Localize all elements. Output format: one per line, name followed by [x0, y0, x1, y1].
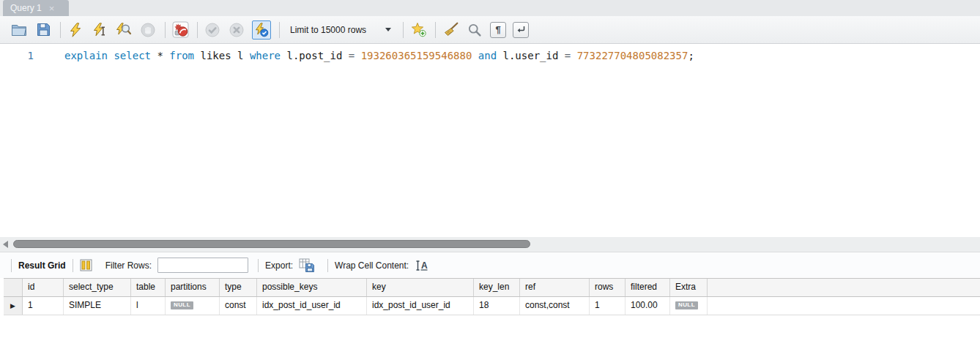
column-header-filtered[interactable]: filtered — [626, 279, 670, 296]
export-grid-save-icon — [299, 258, 315, 273]
toolbar-separator — [11, 259, 12, 272]
rollback-button[interactable] — [228, 21, 245, 39]
row-marker-cell[interactable]: ▶ — [4, 297, 23, 315]
cell-type[interactable]: const — [220, 297, 257, 315]
editor-tab-bar: Query 1 × — [0, 0, 980, 16]
folder-icon — [11, 23, 27, 37]
column-header-select_type[interactable]: select_type — [64, 279, 131, 296]
execute-current-statement-button[interactable] — [91, 21, 108, 39]
toolbar-separator — [403, 22, 404, 38]
filter-rows-label: Filter Rows: — [105, 260, 152, 271]
autocommit-bolt-check-icon — [254, 23, 269, 37]
column-header-type[interactable]: type — [220, 279, 257, 296]
grid-columns-icon — [80, 259, 92, 271]
horizontal-scrollbar[interactable] — [0, 237, 980, 252]
close-icon[interactable]: × — [49, 4, 55, 13]
magnifier-bolt-icon — [116, 23, 132, 37]
null-badge: NULL — [675, 301, 698, 309]
toolbar-separator — [279, 22, 280, 38]
wrap-cell-content-button[interactable]: A — [415, 259, 429, 272]
grid-body: ▶1SIMPLElNULLconstidx_post_id_user_ididx… — [4, 297, 980, 315]
result-grid: idselect_typetablepartitionstypepossible… — [4, 278, 980, 315]
lightning-bolt-cursor-icon — [92, 23, 107, 37]
column-header-ref[interactable]: ref — [520, 279, 590, 296]
cell-ref[interactable]: const,const — [520, 297, 590, 315]
cell-id[interactable]: 1 — [23, 297, 64, 315]
null-badge: NULL — [171, 301, 193, 309]
toggle-stop-on-error-button[interactable] — [171, 21, 189, 39]
save-script-button[interactable] — [34, 21, 52, 39]
cell-key_len[interactable]: 18 — [474, 297, 520, 315]
limit-rows-value: Limit to 15000 rows — [290, 25, 366, 35]
save-snippet-button[interactable] — [409, 21, 427, 39]
column-header-id[interactable]: id — [23, 279, 64, 296]
column-header-key_len[interactable]: key_len — [474, 279, 520, 296]
toolbar-separator — [73, 259, 73, 272]
export-button[interactable] — [299, 258, 315, 273]
beautify-script-button[interactable] — [442, 21, 459, 39]
open-script-button[interactable] — [10, 21, 28, 39]
result-grid-toolbar: Result Grid Filter Rows: Export: Wrap Ce… — [0, 252, 980, 278]
line-number: 1 — [0, 49, 34, 62]
execute-query-button[interactable] — [67, 21, 84, 39]
export-label: Export: — [265, 260, 293, 271]
grid-header-row: idselect_typetablepartitionstypepossible… — [4, 278, 980, 297]
search-icon — [467, 23, 482, 37]
mysql-workbench-query-window: Query 1 × — [0, 0, 980, 338]
filter-rows-input[interactable] — [157, 258, 248, 273]
wrap-cell-content-label: Wrap Cell Content: — [335, 260, 409, 271]
column-header-table[interactable]: table — [131, 279, 166, 296]
limit-rows-dropdown[interactable]: Limit to 15000 rows — [286, 21, 398, 39]
lightning-bolt-icon — [68, 23, 83, 37]
cell-rows[interactable]: 1 — [590, 297, 626, 315]
show-invisible-characters-button[interactable]: ¶ — [490, 22, 506, 38]
column-header-possible_keys[interactable]: possible_keys — [257, 279, 367, 296]
result-grid-title: Result Grid — [18, 260, 66, 271]
row-marker-arrow-icon: ▶ — [10, 302, 15, 309]
toolbar-separator — [435, 22, 436, 38]
sql-editor[interactable]: 1 explain select * from likes l where l.… — [0, 44, 980, 237]
stop-on-error-icon — [172, 21, 189, 38]
tab-query-1[interactable]: Query 1 × — [3, 0, 69, 16]
cell-partitions[interactable]: NULL — [166, 297, 220, 315]
wrap-return-arrow-icon — [515, 24, 527, 36]
grid-view-button[interactable] — [80, 259, 92, 271]
wrap-cell-content-icon: A — [415, 259, 429, 272]
column-header-rows[interactable]: rows — [590, 279, 626, 296]
column-header-key[interactable]: key — [367, 279, 474, 296]
cell-possible_keys[interactable]: idx_post_id_user_id — [257, 297, 367, 315]
scrollbar-thumb[interactable] — [13, 240, 530, 248]
svg-text:A: A — [421, 260, 428, 271]
rollback-x-icon — [229, 23, 244, 37]
cell-Extra[interactable]: NULL — [670, 297, 708, 315]
explain-query-button[interactable] — [115, 21, 133, 39]
toggle-autocommit-button[interactable] — [252, 20, 271, 40]
column-header-partitions[interactable]: partitions — [166, 279, 220, 296]
commit-check-icon — [205, 23, 220, 37]
toggle-word-wrap-button[interactable] — [513, 22, 529, 38]
row-selector-header — [4, 279, 23, 296]
find-button[interactable] — [466, 21, 483, 39]
cell-select_type[interactable]: SIMPLE — [64, 297, 131, 315]
code-line-content: explain select * from likes l where l.po… — [34, 49, 694, 62]
toolbar-separator — [258, 259, 259, 272]
cell-table[interactable]: l — [131, 297, 166, 315]
broom-icon — [443, 22, 459, 37]
save-icon — [37, 23, 51, 37]
tab-title: Query 1 — [10, 3, 42, 13]
toolbar-separator — [197, 22, 198, 38]
code-line: 1 explain select * from likes l where l.… — [0, 44, 980, 62]
stop-query-button[interactable] — [139, 21, 157, 39]
table-row[interactable]: ▶1SIMPLElNULLconstidx_post_id_user_ididx… — [4, 297, 980, 315]
toolbar-separator — [165, 22, 166, 38]
commit-button[interactable] — [204, 21, 221, 39]
cell-key[interactable]: idx_post_id_user_id — [367, 297, 474, 315]
toolbar-separator — [60, 22, 61, 38]
chevron-down-icon — [385, 28, 391, 31]
scroll-left-arrow-icon[interactable] — [3, 241, 8, 248]
pilcrow-icon: ¶ — [495, 25, 500, 34]
stop-hand-icon — [141, 23, 155, 37]
cell-filtered[interactable]: 100.00 — [626, 297, 670, 315]
column-header-Extra[interactable]: Extra — [670, 279, 708, 296]
query-toolbar: Limit to 15000 rows — [0, 16, 980, 44]
